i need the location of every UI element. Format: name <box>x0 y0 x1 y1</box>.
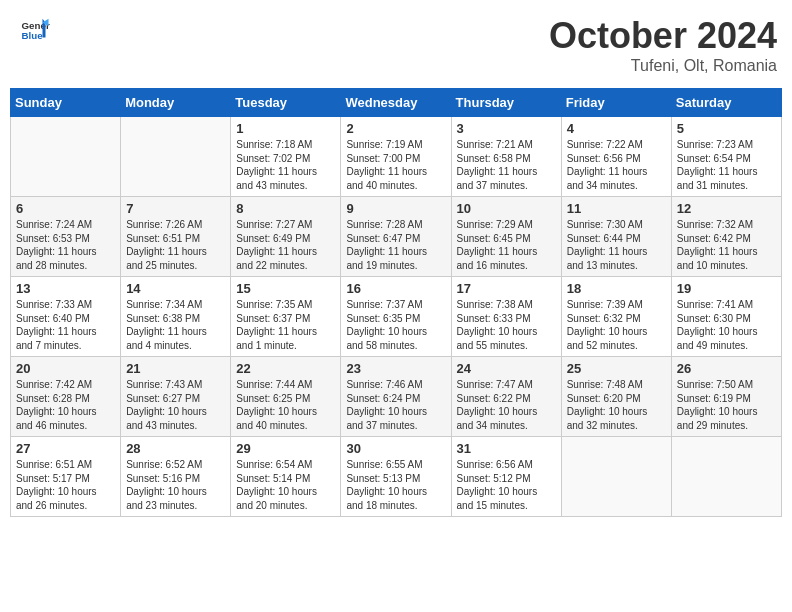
day-number: 11 <box>567 201 666 216</box>
day-info: Sunrise: 7:24 AM Sunset: 6:53 PM Dayligh… <box>16 218 115 272</box>
logo: General Blue <box>20 15 50 45</box>
month-title: October 2024 <box>549 15 777 57</box>
calendar-day-cell: 9Sunrise: 7:28 AM Sunset: 6:47 PM Daylig… <box>341 197 451 277</box>
calendar-week-row: 20Sunrise: 7:42 AM Sunset: 6:28 PM Dayli… <box>11 357 782 437</box>
calendar-day-cell: 31Sunrise: 6:56 AM Sunset: 5:12 PM Dayli… <box>451 437 561 517</box>
day-number: 20 <box>16 361 115 376</box>
calendar-day-cell: 6Sunrise: 7:24 AM Sunset: 6:53 PM Daylig… <box>11 197 121 277</box>
calendar-day-cell: 23Sunrise: 7:46 AM Sunset: 6:24 PM Dayli… <box>341 357 451 437</box>
calendar-day-cell: 24Sunrise: 7:47 AM Sunset: 6:22 PM Dayli… <box>451 357 561 437</box>
column-header-thursday: Thursday <box>451 89 561 117</box>
day-number: 27 <box>16 441 115 456</box>
column-header-friday: Friday <box>561 89 671 117</box>
day-number: 31 <box>457 441 556 456</box>
logo-icon: General Blue <box>20 15 50 45</box>
calendar-week-row: 6Sunrise: 7:24 AM Sunset: 6:53 PM Daylig… <box>11 197 782 277</box>
day-info: Sunrise: 7:48 AM Sunset: 6:20 PM Dayligh… <box>567 378 666 432</box>
day-info: Sunrise: 7:38 AM Sunset: 6:33 PM Dayligh… <box>457 298 556 352</box>
day-info: Sunrise: 7:19 AM Sunset: 7:00 PM Dayligh… <box>346 138 445 192</box>
day-info: Sunrise: 7:30 AM Sunset: 6:44 PM Dayligh… <box>567 218 666 272</box>
calendar-day-cell: 28Sunrise: 6:52 AM Sunset: 5:16 PM Dayli… <box>121 437 231 517</box>
column-header-saturday: Saturday <box>671 89 781 117</box>
day-info: Sunrise: 7:43 AM Sunset: 6:27 PM Dayligh… <box>126 378 225 432</box>
calendar-day-cell: 30Sunrise: 6:55 AM Sunset: 5:13 PM Dayli… <box>341 437 451 517</box>
day-number: 12 <box>677 201 776 216</box>
day-info: Sunrise: 7:21 AM Sunset: 6:58 PM Dayligh… <box>457 138 556 192</box>
location: Tufeni, Olt, Romania <box>549 57 777 75</box>
column-header-sunday: Sunday <box>11 89 121 117</box>
day-info: Sunrise: 6:56 AM Sunset: 5:12 PM Dayligh… <box>457 458 556 512</box>
day-info: Sunrise: 7:37 AM Sunset: 6:35 PM Dayligh… <box>346 298 445 352</box>
day-info: Sunrise: 7:18 AM Sunset: 7:02 PM Dayligh… <box>236 138 335 192</box>
calendar-day-cell: 3Sunrise: 7:21 AM Sunset: 6:58 PM Daylig… <box>451 117 561 197</box>
day-number: 14 <box>126 281 225 296</box>
day-info: Sunrise: 7:50 AM Sunset: 6:19 PM Dayligh… <box>677 378 776 432</box>
calendar-day-cell: 8Sunrise: 7:27 AM Sunset: 6:49 PM Daylig… <box>231 197 341 277</box>
calendar-week-row: 27Sunrise: 6:51 AM Sunset: 5:17 PM Dayli… <box>11 437 782 517</box>
day-number: 17 <box>457 281 556 296</box>
calendar-day-cell: 20Sunrise: 7:42 AM Sunset: 6:28 PM Dayli… <box>11 357 121 437</box>
day-info: Sunrise: 7:35 AM Sunset: 6:37 PM Dayligh… <box>236 298 335 352</box>
calendar-day-cell <box>11 117 121 197</box>
calendar-day-cell: 29Sunrise: 6:54 AM Sunset: 5:14 PM Dayli… <box>231 437 341 517</box>
calendar-day-cell: 14Sunrise: 7:34 AM Sunset: 6:38 PM Dayli… <box>121 277 231 357</box>
day-info: Sunrise: 7:39 AM Sunset: 6:32 PM Dayligh… <box>567 298 666 352</box>
day-number: 19 <box>677 281 776 296</box>
day-info: Sunrise: 6:52 AM Sunset: 5:16 PM Dayligh… <box>126 458 225 512</box>
day-info: Sunrise: 7:34 AM Sunset: 6:38 PM Dayligh… <box>126 298 225 352</box>
day-number: 30 <box>346 441 445 456</box>
day-number: 1 <box>236 121 335 136</box>
page-header: General Blue October 2024 Tufeni, Olt, R… <box>10 10 782 80</box>
day-number: 7 <box>126 201 225 216</box>
day-number: 8 <box>236 201 335 216</box>
calendar-day-cell: 2Sunrise: 7:19 AM Sunset: 7:00 PM Daylig… <box>341 117 451 197</box>
calendar-day-cell: 4Sunrise: 7:22 AM Sunset: 6:56 PM Daylig… <box>561 117 671 197</box>
day-info: Sunrise: 6:55 AM Sunset: 5:13 PM Dayligh… <box>346 458 445 512</box>
calendar-day-cell: 7Sunrise: 7:26 AM Sunset: 6:51 PM Daylig… <box>121 197 231 277</box>
day-number: 22 <box>236 361 335 376</box>
day-info: Sunrise: 7:47 AM Sunset: 6:22 PM Dayligh… <box>457 378 556 432</box>
day-number: 21 <box>126 361 225 376</box>
day-info: Sunrise: 6:54 AM Sunset: 5:14 PM Dayligh… <box>236 458 335 512</box>
title-area: October 2024 Tufeni, Olt, Romania <box>549 15 777 75</box>
calendar-day-cell: 15Sunrise: 7:35 AM Sunset: 6:37 PM Dayli… <box>231 277 341 357</box>
calendar-day-cell: 5Sunrise: 7:23 AM Sunset: 6:54 PM Daylig… <box>671 117 781 197</box>
day-info: Sunrise: 7:33 AM Sunset: 6:40 PM Dayligh… <box>16 298 115 352</box>
calendar-day-cell: 25Sunrise: 7:48 AM Sunset: 6:20 PM Dayli… <box>561 357 671 437</box>
day-number: 18 <box>567 281 666 296</box>
calendar-day-cell: 10Sunrise: 7:29 AM Sunset: 6:45 PM Dayli… <box>451 197 561 277</box>
calendar-header-row: SundayMondayTuesdayWednesdayThursdayFrid… <box>11 89 782 117</box>
day-info: Sunrise: 7:28 AM Sunset: 6:47 PM Dayligh… <box>346 218 445 272</box>
day-number: 2 <box>346 121 445 136</box>
calendar-day-cell: 27Sunrise: 6:51 AM Sunset: 5:17 PM Dayli… <box>11 437 121 517</box>
day-number: 13 <box>16 281 115 296</box>
day-info: Sunrise: 7:32 AM Sunset: 6:42 PM Dayligh… <box>677 218 776 272</box>
calendar-day-cell: 16Sunrise: 7:37 AM Sunset: 6:35 PM Dayli… <box>341 277 451 357</box>
calendar-day-cell: 22Sunrise: 7:44 AM Sunset: 6:25 PM Dayli… <box>231 357 341 437</box>
day-number: 5 <box>677 121 776 136</box>
day-number: 15 <box>236 281 335 296</box>
calendar-day-cell <box>671 437 781 517</box>
day-info: Sunrise: 7:23 AM Sunset: 6:54 PM Dayligh… <box>677 138 776 192</box>
calendar-day-cell: 1Sunrise: 7:18 AM Sunset: 7:02 PM Daylig… <box>231 117 341 197</box>
day-number: 24 <box>457 361 556 376</box>
day-number: 29 <box>236 441 335 456</box>
day-info: Sunrise: 6:51 AM Sunset: 5:17 PM Dayligh… <box>16 458 115 512</box>
column-header-tuesday: Tuesday <box>231 89 341 117</box>
calendar-week-row: 1Sunrise: 7:18 AM Sunset: 7:02 PM Daylig… <box>11 117 782 197</box>
day-number: 9 <box>346 201 445 216</box>
calendar-week-row: 13Sunrise: 7:33 AM Sunset: 6:40 PM Dayli… <box>11 277 782 357</box>
day-number: 26 <box>677 361 776 376</box>
calendar-day-cell: 19Sunrise: 7:41 AM Sunset: 6:30 PM Dayli… <box>671 277 781 357</box>
calendar-day-cell: 18Sunrise: 7:39 AM Sunset: 6:32 PM Dayli… <box>561 277 671 357</box>
day-info: Sunrise: 7:29 AM Sunset: 6:45 PM Dayligh… <box>457 218 556 272</box>
day-number: 6 <box>16 201 115 216</box>
column-header-monday: Monday <box>121 89 231 117</box>
calendar-day-cell <box>121 117 231 197</box>
column-header-wednesday: Wednesday <box>341 89 451 117</box>
calendar-day-cell: 26Sunrise: 7:50 AM Sunset: 6:19 PM Dayli… <box>671 357 781 437</box>
calendar-table: SundayMondayTuesdayWednesdayThursdayFrid… <box>10 88 782 517</box>
day-number: 16 <box>346 281 445 296</box>
day-number: 10 <box>457 201 556 216</box>
day-info: Sunrise: 7:26 AM Sunset: 6:51 PM Dayligh… <box>126 218 225 272</box>
